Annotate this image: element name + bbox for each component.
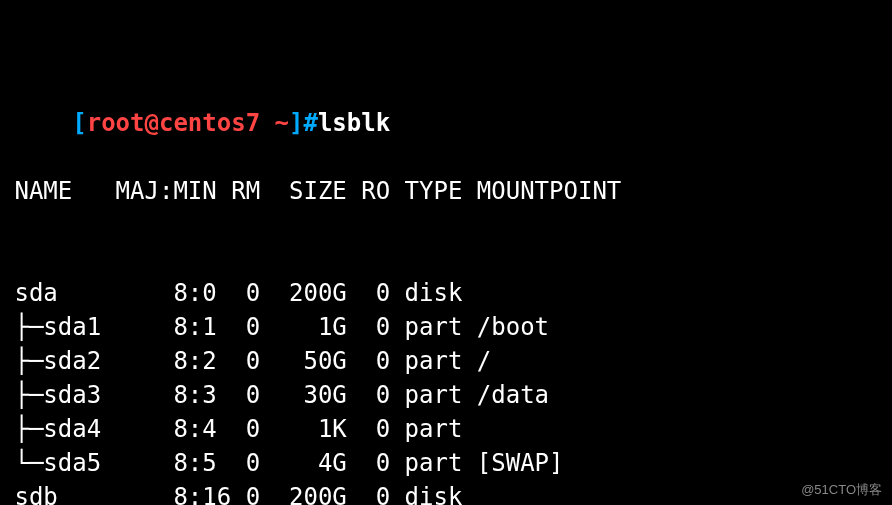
lsblk-row-sda3: ├─sda3 8:3 0 30G 0 part /data xyxy=(0,378,892,412)
lsblk-row-text: └─sda5 8:5 0 4G 0 part [SWAP] xyxy=(0,449,564,477)
prompt-line[interactable]: [root@centos7 ~]#lsblk xyxy=(0,72,892,106)
lsblk-row-sda1: ├─sda1 8:1 0 1G 0 part /boot xyxy=(0,310,892,344)
lsblk-row-sda2: ├─sda2 8:2 0 50G 0 part / xyxy=(0,344,892,378)
watermark: @51CTO博客 xyxy=(801,481,882,499)
prompt-open-bracket: [ xyxy=(72,109,86,137)
prompt-close-bracket: ]# xyxy=(289,109,318,137)
lsblk-row-text: sdb 8:16 0 200G 0 disk xyxy=(0,483,477,505)
lsblk-row-sda: sda 8:0 0 200G 0 disk xyxy=(0,276,892,310)
lsblk-row-text: ├─sda2 8:2 0 50G 0 part / xyxy=(0,347,491,375)
lsblk-row-text: ├─sda3 8:3 0 30G 0 part /data xyxy=(0,381,549,409)
terminal-output[interactable]: [root@centos7 ~]#lsblk NAME MAJ:MIN RM S… xyxy=(0,0,892,505)
lsblk-row-text: ├─sda4 8:4 0 1K 0 part xyxy=(0,415,477,443)
lsblk-header-row: NAME MAJ:MIN RM SIZE RO TYPE MOUNTPOINT xyxy=(0,174,892,208)
lsblk-row-text: sda 8:0 0 200G 0 disk xyxy=(0,279,477,307)
lsblk-row-text: ├─sda1 8:1 0 1G 0 part /boot xyxy=(0,313,549,341)
command-input[interactable]: lsblk xyxy=(318,109,390,137)
prompt-user-host: root@centos7 ~ xyxy=(87,109,289,137)
lsblk-row-sdb: sdb 8:16 0 200G 0 disk xyxy=(0,480,892,505)
lsblk-row-sda4: ├─sda4 8:4 0 1K 0 part xyxy=(0,412,892,446)
lsblk-row-sda5: └─sda5 8:5 0 4G 0 part [SWAP] xyxy=(0,446,892,480)
